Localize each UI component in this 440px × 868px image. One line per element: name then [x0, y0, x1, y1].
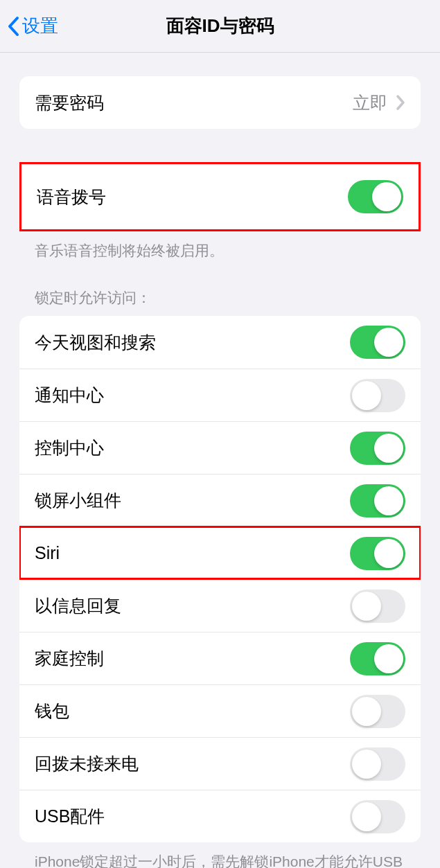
notification-center-row: 通知中心	[19, 369, 421, 421]
voice-dial-group: 语音拨号	[19, 162, 421, 231]
reply-message-row: 以信息回复	[19, 579, 421, 632]
lock-screen-header: 锁定时允许访问：	[19, 260, 421, 316]
voice-dial-footnote: 音乐语音控制将始终被启用。	[19, 231, 421, 260]
home-control-row: 家庭控制	[19, 632, 421, 684]
return-missed-calls-toggle[interactable]	[350, 747, 405, 781]
usb-accessories-toggle[interactable]	[350, 800, 405, 833]
notification-center-toggle[interactable]	[350, 379, 405, 412]
voice-dial-toggle[interactable]	[348, 180, 403, 213]
lock-screen-widgets-row: 锁屏小组件	[19, 474, 421, 526]
reply-message-label: 以信息回复	[35, 594, 121, 617]
siri-row: Siri	[19, 526, 421, 579]
today-view-toggle[interactable]	[350, 326, 405, 359]
require-passcode-row[interactable]: 需要密码 立即	[19, 76, 421, 129]
page-title: 面容ID与密码	[166, 14, 274, 38]
return-missed-calls-row: 回拨未接来电	[19, 737, 421, 790]
require-passcode-label: 需要密码	[35, 91, 104, 114]
chevron-right-icon	[396, 94, 405, 111]
lock-screen-widgets-label: 锁屏小组件	[35, 489, 121, 512]
home-control-label: 家庭控制	[35, 647, 104, 670]
reply-message-toggle[interactable]	[350, 590, 405, 623]
control-center-row: 控制中心	[19, 421, 421, 474]
today-view-label: 今天视图和搜索	[35, 331, 156, 354]
siri-label: Siri	[35, 543, 60, 563]
chevron-left-icon	[7, 16, 19, 37]
usb-accessories-row: USB配件	[19, 790, 421, 842]
require-passcode-value: 立即	[353, 91, 387, 114]
wallet-toggle[interactable]	[350, 695, 405, 728]
back-button[interactable]: 设置	[0, 14, 58, 38]
home-control-toggle[interactable]	[350, 642, 405, 675]
notification-center-label: 通知中心	[35, 384, 104, 407]
control-center-label: 控制中心	[35, 436, 104, 459]
voice-dial-label: 语音拨号	[37, 186, 106, 209]
siri-toggle[interactable]	[350, 537, 405, 570]
lock-screen-group: 今天视图和搜索 通知中心 控制中心 锁屏小组件 Siri 以信息回复 家庭控制	[19, 316, 421, 842]
lock-screen-widgets-toggle[interactable]	[350, 484, 405, 517]
header-bar: 设置 面容ID与密码	[0, 0, 440, 53]
usb-accessories-label: USB配件	[35, 805, 105, 828]
voice-dial-row: 语音拨号	[21, 164, 419, 229]
return-missed-calls-label: 回拨未接来电	[35, 752, 139, 775]
control-center-toggle[interactable]	[350, 432, 405, 465]
require-passcode-group: 需要密码 立即	[19, 76, 421, 129]
usb-footnote: iPhone锁定超过一小时后，需先解锁iPhone才能允许USB配件连接。	[19, 842, 421, 868]
back-label: 设置	[22, 14, 58, 38]
wallet-label: 钱包	[35, 700, 69, 723]
wallet-row: 钱包	[19, 684, 421, 737]
today-view-row: 今天视图和搜索	[19, 316, 421, 369]
